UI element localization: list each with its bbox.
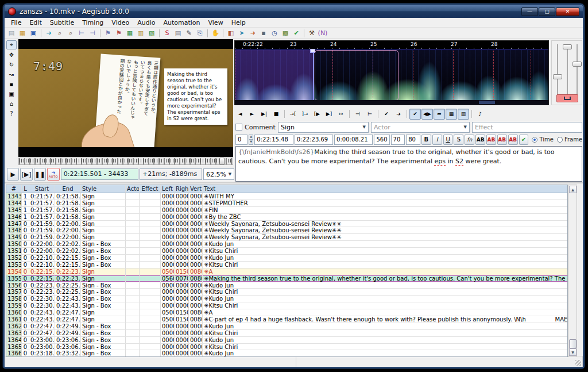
subtitle-row[interactable]: 1351 0 0:22:00.42 0:22:02.25 Sign - Box … [6,248,567,255]
subtitle-row[interactable]: 1345 1 0:21:57.00 0:21:58.42 Sign 0000 0… [6,207,567,214]
jump-video-to-start-icon[interactable]: ➤ [237,28,247,38]
margin-vertical-input[interactable]: 80 [406,135,420,145]
menu-item[interactable]: File [7,18,25,27]
vertical-zoom-slider[interactable] [567,44,568,95]
subtitle-row[interactable]: 1343 1 0:21:57.00 0:21:58.42 Sign 0000 0… [6,193,567,200]
translation-assistant-icon[interactable]: ▤ [173,28,183,38]
snap-end-to-video-icon[interactable]: ⊣ [87,28,98,38]
grid-scrollbar[interactable]: ▲ ▼ [568,185,577,357]
menu-item[interactable]: Subtitle [46,18,78,27]
lead-in-button[interactable]: ⊣ [352,109,363,120]
subtitle-row[interactable]: 1357 0 0:22:23.69 0:22:25.94 Sign - Box … [6,289,567,296]
italic-button[interactable]: I [432,135,442,145]
layer-stepper[interactable]: ▲▼ [249,135,253,145]
clip-tool-icon[interactable]: ▣ [6,89,17,98]
effect-input[interactable]: Effect [472,122,582,133]
audio-spectrogram[interactable]: 0:22:22 23 24 25 26 27 28 [234,40,549,105]
menu-item[interactable]: Video [107,18,133,27]
subtitle-row[interactable]: 1361 0 0:22:43.46 0:22:47.55 Sign 0500 0… [6,316,567,323]
snap-start-to-video-icon[interactable]: ⊢ [76,28,87,38]
strikeout-button[interactable]: S [454,135,463,145]
resample-resolution-icon[interactable]: ▩ [280,28,291,38]
volume-thumb[interactable] [572,62,582,67]
vertical-link-toggle[interactable]: ▥ [458,109,469,120]
subtitle-row[interactable]: 1363 0 0:22:47.55 0:22:49.80 Sign - Box … [6,330,567,337]
col-header-layer[interactable]: L [22,185,29,193]
subtitle-edit-box[interactable]: {\fnJanieHmkBold\fs26}Making the third s… [235,146,582,182]
shadow-color-button[interactable]: AB [508,135,518,145]
maximize-button[interactable]: ▢ [539,7,555,16]
menu-item[interactable]: Help [227,18,250,27]
save-subtitles-icon[interactable]: ▣ [28,28,38,38]
end-time-input[interactable]: 0:22:23.69 [295,135,333,145]
spectrum-mode-toggle[interactable]: ▦ [446,109,457,120]
snap-frame-icon[interactable]: ▪ [258,28,269,38]
subtitle-row[interactable]: 1349 0 0:21:59.17 0:22:00.42 Sign 0000 0… [6,234,567,241]
col-header-right[interactable]: Right [175,185,189,193]
grid-scrollbar-thumb[interactable] [569,339,577,348]
volume-slider[interactable] [577,44,578,95]
commit-button[interactable]: ✔ [519,135,529,145]
scroll-up-arrow-icon[interactable]: ▲ [569,186,577,193]
styling-assistant-icon[interactable]: S [162,28,172,38]
play-line-button[interactable]: [▶] [20,168,32,181]
detach-video-icon[interactable]: ◧ [226,28,236,38]
play-first-500ms-button[interactable]: [▶ [311,109,323,120]
play-500ms-after-button[interactable]: ]→ [299,109,311,120]
video-seek-handle[interactable] [219,158,225,165]
lead-out-button[interactable]: ⊢ [364,109,376,120]
subtitle-row[interactable]: 1359 0 0:22:30.95 0:22:43.46 Sign - Box … [6,302,567,309]
automation-icon[interactable]: ⚒ [307,28,317,38]
menu-item[interactable]: Timing [78,18,107,27]
play-to-end-button[interactable]: ↦ [335,109,347,120]
resize-grip[interactable] [575,360,581,366]
col-header-actor[interactable]: Actor [126,185,140,193]
minimize-button[interactable]: — [521,7,538,16]
link-zoom-volume-toggle[interactable] [556,94,578,102]
outline-color-button[interactable]: AB [497,135,507,145]
subtitle-row[interactable]: 1353 0 0:22:10.47 0:22:15.48 Sign - Box … [6,262,567,269]
vertical-zoom-thumb[interactable] [563,44,572,49]
find-icon[interactable]: ⌕ [55,28,65,38]
auto-seek-toggle[interactable]: ➔ AUTO [47,168,59,181]
actor-select[interactable]: Actor▼ [371,122,470,133]
drag-tool-icon[interactable]: ✥ [6,50,17,59]
timing-postprocessor-icon[interactable]: ◷ [269,28,280,38]
subtitle-row[interactable]: 1358 0 0:22:30.95 0:22:43.46 Sign - Box … [6,296,567,302]
col-header-number[interactable]: # [6,185,22,193]
video-zoom-select[interactable]: 62.5%▼ [203,168,234,180]
new-subtitles-icon[interactable]: ▤ [6,28,17,38]
start-time-input[interactable]: 0:22:15.48 [254,135,293,145]
comment-checkbox[interactable] [235,124,242,131]
attachments-icon[interactable]: ▥ [136,28,146,38]
primary-color-button[interactable]: AB [475,135,485,145]
log-window-icon[interactable]: (N) [318,28,328,38]
menu-item[interactable]: Edit [25,18,45,27]
select-lines-icon[interactable]: ⚑ [114,28,124,38]
col-header-style[interactable]: Style [81,185,126,193]
col-header-text[interactable]: Text [203,185,567,193]
menu-item[interactable]: View [204,18,227,27]
duration-input[interactable]: 0:00:08.21 [334,135,373,145]
subtitle-row[interactable]: 1348 0 0:21:59.17 0:22:00.42 Sign 0000 0… [6,227,567,234]
panel-splitter[interactable] [5,182,583,184]
menu-item[interactable]: Automation [159,18,204,27]
underline-button[interactable]: U [443,135,453,145]
play-last-500ms-button[interactable]: ▶] [323,109,335,120]
auto-next-toggle[interactable]: ◀▶ [421,109,433,120]
subtitle-row[interactable]: 1354 0 0:22:15.48 0:22:23.69 Sign 0500 0… [6,269,567,275]
jump-video-to-end-icon[interactable]: ➜ [247,28,258,38]
rotate-xy-tool-icon[interactable]: ↝ [6,70,17,79]
audio-scrollbar[interactable] [235,100,548,105]
paste-over-icon[interactable]: ⎘ [195,28,205,38]
jump-to-icon[interactable]: ➔ [44,28,54,38]
rotate-z-tool-icon[interactable]: ↻ [6,60,17,69]
margin-left-input[interactable]: 560 [374,135,389,145]
scroll-down-arrow-icon[interactable]: ▼ [569,348,577,356]
col-header-vert[interactable]: Vert [189,185,203,193]
close-button[interactable]: ✕ [556,7,579,16]
col-header-end[interactable]: End [55,185,81,193]
fonts-collector-icon[interactable]: ▧ [146,28,157,38]
karaoke-mode-toggle[interactable]: ♪ [474,109,486,120]
styles-manager-icon[interactable]: ▦ [125,28,135,38]
